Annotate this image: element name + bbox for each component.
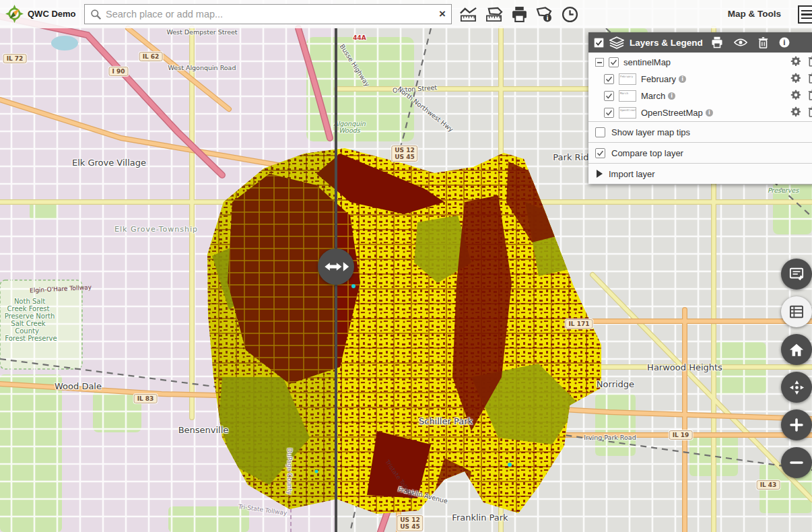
attribute-table-button[interactable] [781,296,812,327]
panel-trash-icon[interactable] [758,37,768,48]
layer-label[interactable]: March [641,91,665,101]
road-shield: US 12US 45 [397,515,423,531]
compare-slider-handle[interactable] [318,248,354,285]
svg-text:i: i [546,14,548,21]
qwc-logo-icon [5,5,24,23]
home-button[interactable] [781,334,812,365]
road-shield: IL 72 [3,54,27,63]
measure-line-button[interactable] [458,4,478,24]
measure-area-icon [485,6,503,23]
search-clear-button[interactable]: × [434,7,451,21]
print-icon [511,6,528,23]
layer-info-icon[interactable]: i [679,75,686,83]
map-viewport[interactable]: West Dempster StreetWest Algonquin RoadO… [0,0,812,532]
layer-settings-icon[interactable] [790,90,801,102]
layer-label[interactable]: February [641,74,676,84]
sketch-icon [789,267,804,281]
compare-checkbox[interactable] [595,148,605,158]
compare-row[interactable]: Compare top layer [588,142,812,163]
group-checkbox[interactable] [609,57,619,67]
layers-panel-header: Layers & Legend [588,32,812,53]
clock-icon [562,6,578,23]
locate-button[interactable] [781,372,812,403]
map-tools-menu[interactable]: Map & Tools [728,9,781,19]
app-title: QWC Demo [28,9,76,19]
app-logo[interactable]: QWC Demo [5,5,76,23]
layer-trash-icon[interactable] [808,73,812,86]
layer-row-openstreetmap[interactable]: OpenStreetMap OpenStreetMap i [588,104,812,121]
layers-panel-title: Layers & Legend [630,38,703,48]
road-shield: IL 62 [139,52,163,61]
road-shield: I 90 [108,67,128,76]
import-layer-label: Import layer [609,169,655,179]
zoom-in-button[interactable] [781,409,812,440]
map-tips-row[interactable]: Show layer map tips [588,121,812,142]
print-button[interactable] [509,4,529,24]
plus-icon [790,418,803,432]
compare-label: Compare top layer [611,148,683,158]
map-tips-checkbox[interactable] [595,127,605,137]
layer-trash-icon[interactable] [808,106,812,119]
feature-info-button[interactable]: i [534,4,554,24]
search-box[interactable]: × [84,4,452,24]
layer-label[interactable]: OpenStreetMap [641,108,703,118]
home-icon [789,343,804,357]
sketch-button[interactable] [781,259,812,290]
layer-trash-icon[interactable] [808,90,812,102]
layer-group-row[interactable]: sentinelMap [588,54,812,71]
layers-icon [609,36,624,49]
minus-icon [790,456,803,469]
panel-print-icon[interactable] [711,36,723,48]
layer-thumbnail: March [619,90,636,102]
top-bar: QWC Demo × [0,0,812,28]
layer-thumbnail: February [619,73,636,85]
layer-info-icon[interactable]: i [706,109,713,117]
panel-visibility-icon[interactable] [734,38,747,47]
map-tips-label: Show layer map tips [611,127,690,137]
zoom-out-button[interactable] [781,447,812,478]
layer-info-icon[interactable]: i [668,92,675,100]
layer-row-march[interactable]: March March i [588,88,812,104]
group-label[interactable]: sentinelMap [623,57,671,67]
attribute-table-icon [790,305,803,319]
time-button[interactable] [560,4,580,24]
layer-row-february[interactable]: February February i [588,71,812,88]
layer-checkbox[interactable] [604,91,614,101]
search-input[interactable] [106,9,434,20]
svg-text:i: i [783,38,786,47]
group-settings-icon[interactable] [790,56,801,69]
layers-master-checkbox[interactable] [594,38,604,48]
group-trash-icon[interactable] [808,56,812,69]
panel-info-icon[interactable]: i [779,37,790,48]
search-icon [90,9,102,20]
road-shield: IL 19 [669,430,693,440]
layer-settings-icon[interactable] [790,73,801,86]
layer-checkbox[interactable] [604,74,614,84]
layer-thumbnail: OpenStreetMap [619,107,636,119]
measure-line-icon [459,6,477,23]
layers-panel: Layers & Legend [588,32,812,184]
import-layer-row[interactable]: Import layer [588,163,812,184]
road-shield: IL 83 [134,394,158,403]
road-shield: IL 43 [757,480,780,490]
compare-arrows-icon [323,261,349,273]
feature-info-icon: i [535,6,553,23]
locate-icon [789,380,805,395]
measure-area-button[interactable] [483,4,504,24]
layer-settings-icon[interactable] [790,106,801,119]
road-shield: US 12US 45 [391,145,417,162]
layer-checkbox[interactable] [604,108,614,118]
expand-arrow-icon[interactable] [597,170,603,178]
road-shield: IL 171 [565,319,593,329]
menu-burger-icon[interactable] [798,5,812,24]
collapse-group-icon[interactable] [595,58,604,67]
